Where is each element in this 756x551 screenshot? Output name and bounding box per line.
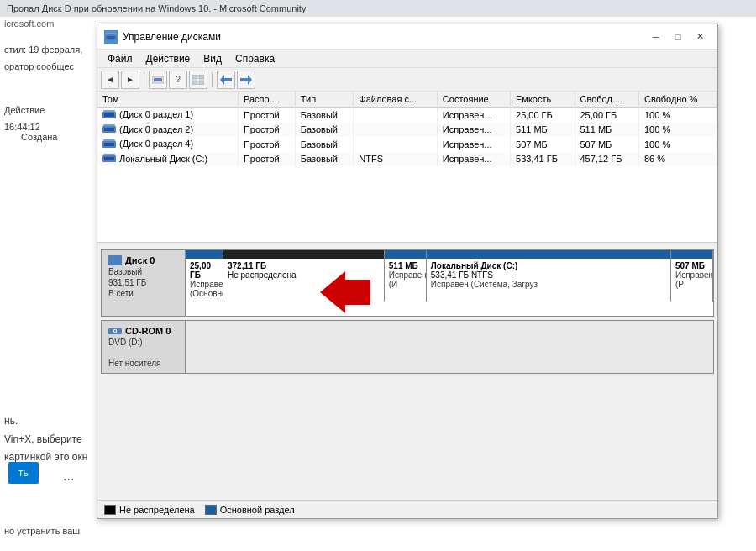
- cell-type: Простой: [238, 123, 295, 138]
- disk0-size: 931,51 ГБ: [108, 278, 178, 287]
- legend-primary-box: [205, 505, 217, 515]
- cdrom-icon: [108, 326, 122, 336]
- menu-view[interactable]: Вид: [197, 51, 228, 66]
- menu-bar: Файл Действие Вид Справка: [97, 50, 717, 68]
- svg-point-26: [114, 330, 116, 332]
- toolbar-properties[interactable]: [149, 71, 167, 89]
- disk0-status: В сети: [108, 289, 178, 298]
- cell-free-pct: 100 %: [638, 108, 717, 123]
- part5-header: [671, 250, 712, 259]
- disk0-icon: [108, 255, 122, 265]
- cell-status: Исправен...: [437, 123, 510, 138]
- col-free-pct[interactable]: Свободно %: [638, 92, 717, 108]
- part2-label: Не распределена: [228, 270, 380, 280]
- col-status[interactable]: Состояние: [437, 92, 510, 108]
- disk-table[interactable]: Том Распо... Тип Файловая с... Состояние…: [97, 92, 717, 243]
- cdrom0-row: CD-ROM 0 DVD (D:) Нет носителя: [101, 320, 714, 374]
- close-button[interactable]: ✕: [689, 29, 711, 45]
- toolbar-help[interactable]: ?: [169, 71, 187, 89]
- toolbar-forward[interactable]: ►: [121, 71, 139, 89]
- menu-action[interactable]: Действие: [139, 51, 197, 66]
- cell-disktype: Базовый: [295, 152, 354, 167]
- cell-name: Локальный Диск (C:): [97, 152, 238, 167]
- page-footer: но устранить ваш: [4, 526, 97, 536]
- disk-graphic-scroll[interactable]: Диск 0 Базовый 931,51 ГБ В сети 25,00 ГБ…: [97, 243, 717, 500]
- cell-name: (Диск 0 раздел 4): [97, 137, 238, 152]
- page-action-button[interactable]: ть: [8, 462, 39, 484]
- table-row[interactable]: (Диск 0 раздел 2) Простой Базовый Исправ…: [97, 123, 717, 138]
- cell-type: Простой: [238, 137, 295, 152]
- cdrom0-empty: [186, 321, 713, 373]
- cell-free-pct: 100 %: [638, 123, 717, 138]
- page-more-button[interactable]: ...: [63, 469, 74, 484]
- cdrom0-label: CD-ROM 0 DVD (D:) Нет носителя: [102, 321, 186, 373]
- toolbar-cmd3[interactable]: [237, 71, 255, 89]
- part4-header: [427, 250, 670, 259]
- legend-unallocated-label: Не распределена: [119, 505, 195, 515]
- table-row[interactable]: Локальный Диск (C:) Простой Базовый NTFS…: [97, 152, 717, 167]
- table-header: Том Распо... Тип Файловая с... Состояние…: [97, 92, 717, 108]
- page-url: icrosoft.com: [4, 18, 97, 29]
- col-capacity[interactable]: Емкость: [511, 92, 575, 108]
- window-icon: [104, 30, 118, 44]
- cell-type: Простой: [238, 152, 295, 167]
- disk0-label: Диск 0 Базовый 931,51 ГБ В сети: [102, 250, 186, 316]
- disk0-part5[interactable]: 507 МБ Исправен (Р: [671, 250, 713, 302]
- menu-file[interactable]: Файл: [101, 51, 139, 66]
- part5-size: 507 МБ: [675, 261, 708, 270]
- legend-primary: Основной раздел: [205, 505, 295, 515]
- toolbar-cmd1[interactable]: [189, 71, 207, 89]
- row-disk-icon: [102, 124, 116, 134]
- toolbar-sep2: [212, 72, 213, 87]
- col-free[interactable]: Свобод...: [575, 92, 638, 108]
- title-bar-buttons: ─ □ ✕: [645, 29, 711, 45]
- disk0-part4[interactable]: Локальный Диск (C:) 533,41 ГБ NTFS Испра…: [427, 250, 671, 302]
- disk0-part2[interactable]: 372,11 ГБ Не распределена: [223, 250, 385, 302]
- cdrom0-title: CD-ROM 0: [125, 326, 171, 336]
- cell-free: 511 МБ: [575, 123, 638, 138]
- row-disk-icon: [102, 154, 116, 163]
- page-author: оратор сообщес: [4, 59, 97, 76]
- maximize-button[interactable]: □: [667, 29, 689, 45]
- svg-rect-2: [107, 36, 115, 39]
- minimize-button[interactable]: ─: [645, 29, 667, 45]
- col-tom[interactable]: Том: [97, 92, 238, 108]
- svg-rect-5: [192, 75, 197, 79]
- table-row[interactable]: (Диск 0 раздел 4) Простой Базовый Исправ…: [97, 137, 717, 152]
- disk0-type: Базовый: [108, 267, 178, 276]
- disk0-part1[interactable]: 25,00 ГБ Исправен (Основной: [186, 250, 223, 302]
- cell-free-pct: 100 %: [638, 137, 717, 152]
- disk0-part3[interactable]: 511 МБ Исправен (И: [385, 250, 427, 302]
- toolbar-sep1: [144, 72, 144, 87]
- part1-header: [186, 250, 223, 259]
- browser-tab-bar: Пропал Диск D при обновлении на Windows …: [0, 0, 756, 17]
- disk0-partitions: 25,00 ГБ Исправен (Основной 372,11 ГБ Не…: [186, 250, 713, 302]
- part2-size: 372,11 ГБ: [228, 261, 380, 270]
- toolbar-cmd2[interactable]: [217, 71, 235, 89]
- cell-fs: [354, 108, 438, 123]
- part3-size: 511 МБ: [389, 261, 422, 270]
- disk0-title: Диск 0: [125, 255, 155, 265]
- row-disk-icon: [102, 110, 116, 119]
- cell-free: 25,00 ГБ: [575, 108, 638, 123]
- part1-size: 25,00 ГБ: [190, 261, 218, 280]
- window-title: Управление дисками: [123, 31, 645, 43]
- legend-unallocated-box: [104, 505, 116, 515]
- table-row[interactable]: (Диск 0 раздел 1) Простой Базовый Исправ…: [97, 108, 717, 123]
- page-time-area: 16:44:12 Создана: [4, 122, 97, 142]
- menu-help[interactable]: Справка: [228, 51, 281, 66]
- toolbar-back[interactable]: ◄: [101, 71, 119, 89]
- part5-status: Исправен (Р: [675, 270, 708, 289]
- disk-management-window: Управление дисками ─ □ ✕ Файл Действие В…: [97, 24, 718, 519]
- disk-table-inner: Том Распо... Тип Файловая с... Состояние…: [97, 92, 717, 166]
- row-disk-icon: [102, 139, 116, 149]
- col-tip[interactable]: Тип: [295, 92, 354, 108]
- svg-marker-10: [240, 75, 252, 85]
- svg-rect-16: [104, 128, 114, 131]
- col-fs[interactable]: Файловая с...: [354, 92, 438, 108]
- col-raspo[interactable]: Распо...: [238, 92, 295, 108]
- svg-rect-6: [199, 75, 204, 79]
- part4-status: Исправен (Система, Загруз: [431, 280, 666, 289]
- part1-status: Исправен (Основной: [190, 280, 218, 298]
- cell-capacity: 533,41 ГБ: [511, 152, 575, 167]
